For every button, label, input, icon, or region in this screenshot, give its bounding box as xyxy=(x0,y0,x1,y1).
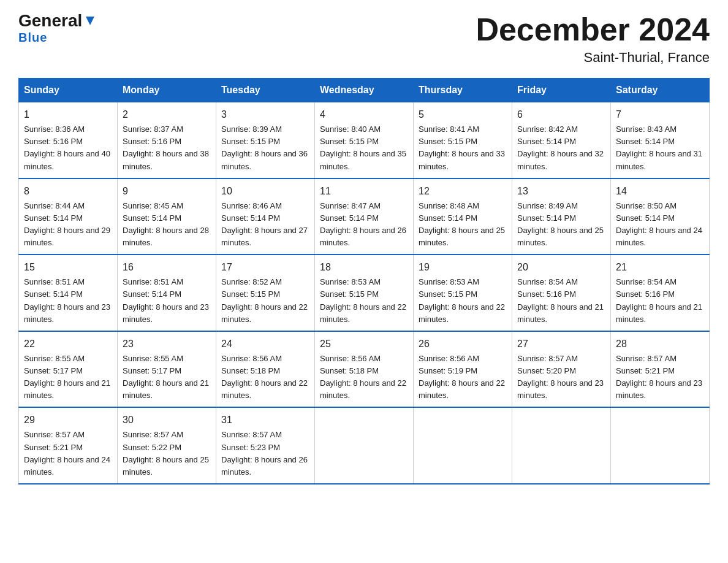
table-row: 6Sunrise: 8:42 AMSunset: 5:14 PMDaylight… xyxy=(512,102,611,178)
day-info: Sunrise: 8:57 AMSunset: 5:23 PMDaylight:… xyxy=(221,429,309,478)
logo-triangle-icon xyxy=(83,14,97,28)
logo: General Blue xyxy=(18,12,97,45)
table-row: 3Sunrise: 8:39 AMSunset: 5:15 PMDaylight… xyxy=(216,102,315,178)
calendar-week-row: 22Sunrise: 8:55 AMSunset: 5:17 PMDayligh… xyxy=(19,331,710,408)
day-number: 17 xyxy=(221,260,309,275)
table-row: 8Sunrise: 8:44 AMSunset: 5:14 PMDaylight… xyxy=(19,178,118,255)
table-row: 14Sunrise: 8:50 AMSunset: 5:14 PMDayligh… xyxy=(611,178,710,255)
calendar-table: Sunday Monday Tuesday Wednesday Thursday… xyxy=(18,78,710,484)
table-row: 1Sunrise: 8:36 AMSunset: 5:16 PMDaylight… xyxy=(19,102,118,178)
table-row: 19Sunrise: 8:53 AMSunset: 5:15 PMDayligh… xyxy=(414,255,512,331)
table-row: 5Sunrise: 8:41 AMSunset: 5:15 PMDaylight… xyxy=(414,102,512,178)
page-subtitle: Saint-Thurial, France xyxy=(476,50,710,66)
day-info: Sunrise: 8:57 AMSunset: 5:22 PMDaylight:… xyxy=(123,429,211,478)
day-number: 8 xyxy=(24,184,112,199)
day-info: Sunrise: 8:51 AMSunset: 5:14 PMDaylight:… xyxy=(24,276,112,326)
day-info: Sunrise: 8:48 AMSunset: 5:14 PMDaylight:… xyxy=(419,200,507,250)
day-number: 29 xyxy=(24,413,112,427)
table-row: 7Sunrise: 8:43 AMSunset: 5:14 PMDaylight… xyxy=(611,102,710,178)
table-row: 25Sunrise: 8:56 AMSunset: 5:18 PMDayligh… xyxy=(315,331,414,408)
table-row: 23Sunrise: 8:55 AMSunset: 5:17 PMDayligh… xyxy=(118,331,216,408)
table-row: 30Sunrise: 8:57 AMSunset: 5:22 PMDayligh… xyxy=(118,407,216,484)
day-info: Sunrise: 8:47 AMSunset: 5:14 PMDaylight:… xyxy=(320,200,408,250)
table-row: 12Sunrise: 8:48 AMSunset: 5:14 PMDayligh… xyxy=(414,178,512,255)
col-monday: Monday xyxy=(118,79,216,102)
day-number: 15 xyxy=(24,260,112,275)
day-number: 2 xyxy=(123,107,211,122)
day-info: Sunrise: 8:51 AMSunset: 5:14 PMDaylight:… xyxy=(123,276,211,326)
day-number: 14 xyxy=(616,184,704,199)
day-number: 26 xyxy=(419,337,507,351)
table-row xyxy=(315,407,414,484)
day-number: 22 xyxy=(24,337,112,351)
day-number: 13 xyxy=(517,184,605,199)
day-number: 6 xyxy=(517,107,605,122)
col-friday: Friday xyxy=(512,79,611,102)
col-tuesday: Tuesday xyxy=(216,79,315,102)
table-row: 26Sunrise: 8:56 AMSunset: 5:19 PMDayligh… xyxy=(414,331,512,408)
day-number: 5 xyxy=(419,107,507,122)
table-row: 21Sunrise: 8:54 AMSunset: 5:16 PMDayligh… xyxy=(611,255,710,331)
day-info: Sunrise: 8:54 AMSunset: 5:16 PMDaylight:… xyxy=(517,276,605,326)
day-info: Sunrise: 8:42 AMSunset: 5:14 PMDaylight:… xyxy=(517,123,605,173)
day-number: 19 xyxy=(419,260,507,275)
table-row: 4Sunrise: 8:40 AMSunset: 5:15 PMDaylight… xyxy=(315,102,414,178)
col-saturday: Saturday xyxy=(611,79,710,102)
page-title: December 2024 xyxy=(476,12,710,47)
table-row: 28Sunrise: 8:57 AMSunset: 5:21 PMDayligh… xyxy=(611,331,710,408)
calendar-week-row: 8Sunrise: 8:44 AMSunset: 5:14 PMDaylight… xyxy=(19,178,710,255)
day-info: Sunrise: 8:36 AMSunset: 5:16 PMDaylight:… xyxy=(24,123,112,173)
day-info: Sunrise: 8:50 AMSunset: 5:14 PMDaylight:… xyxy=(616,200,704,250)
day-info: Sunrise: 8:57 AMSunset: 5:20 PMDaylight:… xyxy=(517,353,605,402)
table-row xyxy=(611,407,710,484)
logo-blue: Blue xyxy=(18,31,47,45)
calendar-week-row: 29Sunrise: 8:57 AMSunset: 5:21 PMDayligh… xyxy=(19,407,710,484)
table-row: 22Sunrise: 8:55 AMSunset: 5:17 PMDayligh… xyxy=(19,331,118,408)
table-row: 2Sunrise: 8:37 AMSunset: 5:16 PMDaylight… xyxy=(118,102,216,178)
table-row: 16Sunrise: 8:51 AMSunset: 5:14 PMDayligh… xyxy=(118,255,216,331)
table-row: 9Sunrise: 8:45 AMSunset: 5:14 PMDaylight… xyxy=(118,178,216,255)
day-number: 27 xyxy=(517,337,605,351)
day-info: Sunrise: 8:52 AMSunset: 5:15 PMDaylight:… xyxy=(221,276,309,326)
day-info: Sunrise: 8:54 AMSunset: 5:16 PMDaylight:… xyxy=(616,276,704,326)
table-row: 17Sunrise: 8:52 AMSunset: 5:15 PMDayligh… xyxy=(216,255,315,331)
day-info: Sunrise: 8:57 AMSunset: 5:21 PMDaylight:… xyxy=(616,353,704,402)
day-number: 24 xyxy=(221,337,309,351)
table-row xyxy=(512,407,611,484)
logo-general: General xyxy=(18,12,82,29)
table-row: 11Sunrise: 8:47 AMSunset: 5:14 PMDayligh… xyxy=(315,178,414,255)
day-info: Sunrise: 8:43 AMSunset: 5:14 PMDaylight:… xyxy=(616,123,704,173)
day-number: 11 xyxy=(320,184,408,199)
day-info: Sunrise: 8:49 AMSunset: 5:14 PMDaylight:… xyxy=(517,200,605,250)
day-number: 23 xyxy=(123,337,211,351)
day-info: Sunrise: 8:53 AMSunset: 5:15 PMDaylight:… xyxy=(419,276,507,326)
day-info: Sunrise: 8:56 AMSunset: 5:18 PMDaylight:… xyxy=(221,353,309,402)
day-number: 10 xyxy=(221,184,309,199)
day-info: Sunrise: 8:56 AMSunset: 5:19 PMDaylight:… xyxy=(419,353,507,402)
day-number: 3 xyxy=(221,107,309,122)
day-number: 25 xyxy=(320,337,408,351)
day-number: 28 xyxy=(616,337,704,351)
col-sunday: Sunday xyxy=(19,79,118,102)
day-info: Sunrise: 8:41 AMSunset: 5:15 PMDaylight:… xyxy=(419,123,507,173)
calendar-header-row: Sunday Monday Tuesday Wednesday Thursday… xyxy=(19,79,710,102)
day-info: Sunrise: 8:57 AMSunset: 5:21 PMDaylight:… xyxy=(24,429,112,478)
table-row: 10Sunrise: 8:46 AMSunset: 5:14 PMDayligh… xyxy=(216,178,315,255)
day-info: Sunrise: 8:46 AMSunset: 5:14 PMDaylight:… xyxy=(221,200,309,250)
table-row: 13Sunrise: 8:49 AMSunset: 5:14 PMDayligh… xyxy=(512,178,611,255)
day-number: 9 xyxy=(123,184,211,199)
day-info: Sunrise: 8:55 AMSunset: 5:17 PMDaylight:… xyxy=(24,353,112,402)
table-row: 24Sunrise: 8:56 AMSunset: 5:18 PMDayligh… xyxy=(216,331,315,408)
day-number: 21 xyxy=(616,260,704,275)
day-info: Sunrise: 8:45 AMSunset: 5:14 PMDaylight:… xyxy=(123,200,211,250)
day-number: 1 xyxy=(24,107,112,122)
day-info: Sunrise: 8:56 AMSunset: 5:18 PMDaylight:… xyxy=(320,353,408,402)
day-number: 31 xyxy=(221,413,309,427)
table-row xyxy=(414,407,512,484)
page-header: General Blue December 2024 Saint-Thurial… xyxy=(18,12,710,66)
title-block: December 2024 Saint-Thurial, France xyxy=(476,12,710,66)
day-number: 4 xyxy=(320,107,408,122)
col-wednesday: Wednesday xyxy=(315,79,414,102)
day-info: Sunrise: 8:55 AMSunset: 5:17 PMDaylight:… xyxy=(123,353,211,402)
table-row: 20Sunrise: 8:54 AMSunset: 5:16 PMDayligh… xyxy=(512,255,611,331)
